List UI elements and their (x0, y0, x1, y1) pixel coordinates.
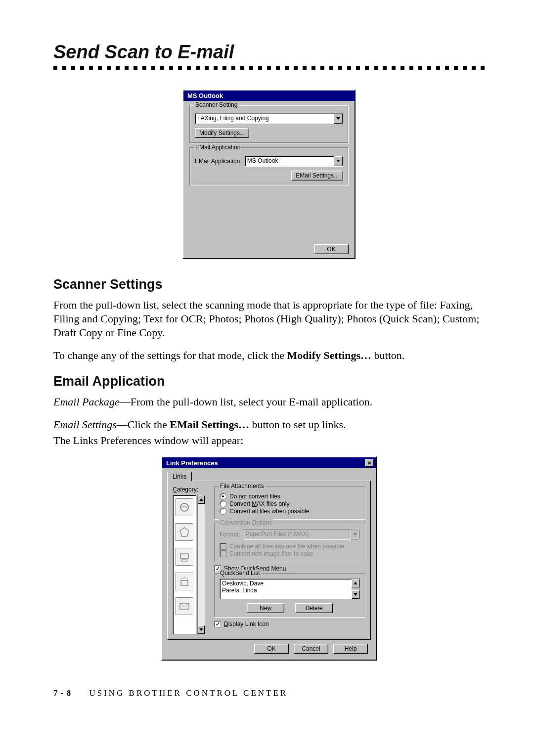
radio-convert-max[interactable]: Convert MAX files only (220, 500, 360, 507)
svg-marker-12 (354, 593, 357, 596)
conversion-options-group: Conversion Options Format: PaperPort Fil… (214, 523, 365, 562)
format-value: PaperPort Files (*.MAX) (243, 530, 351, 539)
page-footer: 7 - 8 USING BROTHER CONTROL CENTER (53, 688, 485, 698)
help-button[interactable]: Help (333, 644, 368, 654)
email-settings-paragraph: Email Settings—Click the EMail Settings…… (53, 418, 485, 432)
quicksend-list-group: QuickSend List Oeskovic, Dave Parets, Li… (214, 573, 365, 618)
modify-settings-button[interactable]: Modify Settings... (195, 128, 249, 138)
scroll-up-icon[interactable] (198, 495, 205, 504)
category-icon-2[interactable] (176, 523, 193, 541)
category-icon-5[interactable] (176, 597, 193, 615)
scanner-setting-legend: Scanner Setting (194, 101, 239, 108)
footer-text: USING BROTHER CONTROL CENTER (89, 688, 288, 698)
format-label: Format: (220, 531, 240, 538)
scanner-settings-p2: To change any of the settings for that m… (53, 349, 485, 362)
dotted-rule (53, 66, 485, 70)
svg-marker-3 (180, 528, 189, 536)
ok-button[interactable]: OK (314, 244, 349, 254)
category-icon-4[interactable] (176, 573, 193, 590)
svg-marker-0 (336, 117, 340, 120)
chevron-down-icon (351, 530, 359, 539)
close-icon[interactable]: ✕ (365, 459, 374, 467)
format-select: PaperPort Files (*.MAX) (243, 529, 360, 540)
check-display-link-icon[interactable]: ✓ Display Link Icon (214, 621, 365, 627)
tab-links[interactable]: Links (167, 472, 192, 481)
cancel-button[interactable]: Cancel (294, 644, 328, 654)
file-attachments-group: File Attachments Do not convert files Co… (214, 486, 365, 520)
list-item[interactable]: Oeskovic, Dave (222, 580, 350, 587)
email-settings-button[interactable]: EMail Settings... (291, 171, 343, 180)
email-package-paragraph: Email Package—From the pull-down list, s… (53, 395, 485, 409)
scanner-mode-select[interactable]: FAXing, Filing and Copying (195, 113, 343, 124)
chevron-down-icon (334, 156, 343, 166)
category-label: Category: (173, 486, 209, 493)
ok-button[interactable]: OK (254, 644, 289, 654)
quicksend-scrollbar[interactable] (352, 579, 359, 599)
svg-marker-10 (353, 533, 357, 535)
email-application-value: MS Outlook (245, 156, 334, 166)
scanner-settings-heading: Scanner Settings (53, 277, 485, 292)
svg-rect-5 (181, 560, 187, 561)
svg-rect-6 (181, 580, 188, 585)
scanner-settings-p1: From the pull-down list, select the scan… (53, 298, 485, 340)
scroll-down-icon[interactable] (352, 590, 359, 599)
dialog-title: MS Outlook (183, 90, 355, 101)
file-attachments-legend: File Attachments (219, 483, 266, 489)
radio-convert-all[interactable]: Convert all files when possible (220, 508, 360, 515)
scroll-down-icon[interactable] (198, 625, 205, 634)
list-item[interactable]: Parets, Linda (222, 587, 350, 594)
link-preferences-title: Link Preferences (166, 459, 218, 467)
chevron-down-icon (334, 114, 343, 124)
category-icon-3[interactable] (176, 548, 193, 566)
link-preferences-dialog: Link Preferences ✕ Links Category: (161, 456, 377, 661)
scanner-setting-group: Scanner Setting FAXing, Filing and Copyi… (189, 105, 349, 143)
quicksend-list-legend: QuickSend List (219, 570, 262, 577)
category-scrollbar[interactable] (197, 495, 205, 634)
conversion-options-legend: Conversion Options (219, 519, 273, 526)
scanner-mode-value: FAXing, Filing and Copying (195, 114, 334, 124)
svg-marker-1 (336, 160, 340, 162)
category-list[interactable] (173, 495, 196, 634)
radio-do-not-convert[interactable]: Do not convert files (220, 493, 360, 500)
email-application-heading: Email Application (53, 374, 485, 389)
check-convert-nonimage: Convert non-image files to color (220, 550, 360, 557)
email-application-group: EMail Application EMail Application: MS … (189, 147, 349, 186)
ms-outlook-dialog: MS Outlook Scanner Setting FAXing, Filin… (182, 89, 356, 259)
new-button[interactable]: New (247, 603, 284, 613)
email-application-label: EMail Application: (195, 158, 242, 165)
category-icon-1[interactable] (176, 498, 193, 516)
page-title: Send Scan to E-mail (53, 42, 485, 63)
svg-marker-8 (199, 498, 203, 501)
scroll-up-icon[interactable] (352, 579, 359, 587)
email-application-legend: EMail Application (194, 144, 242, 151)
svg-marker-11 (354, 582, 357, 584)
delete-button[interactable]: Delete (295, 603, 333, 613)
links-preferences-intro: The Links Preferences window will appear… (53, 434, 485, 447)
svg-point-2 (180, 503, 188, 511)
quicksend-listbox[interactable]: Oeskovic, Dave Parets, Linda (220, 578, 360, 599)
page-number: 7 - 8 (53, 688, 71, 698)
email-application-select[interactable]: MS Outlook (245, 156, 343, 167)
svg-rect-4 (180, 554, 188, 559)
svg-marker-9 (199, 628, 203, 631)
check-combine-files: Combine all files into one file when pos… (220, 543, 360, 550)
